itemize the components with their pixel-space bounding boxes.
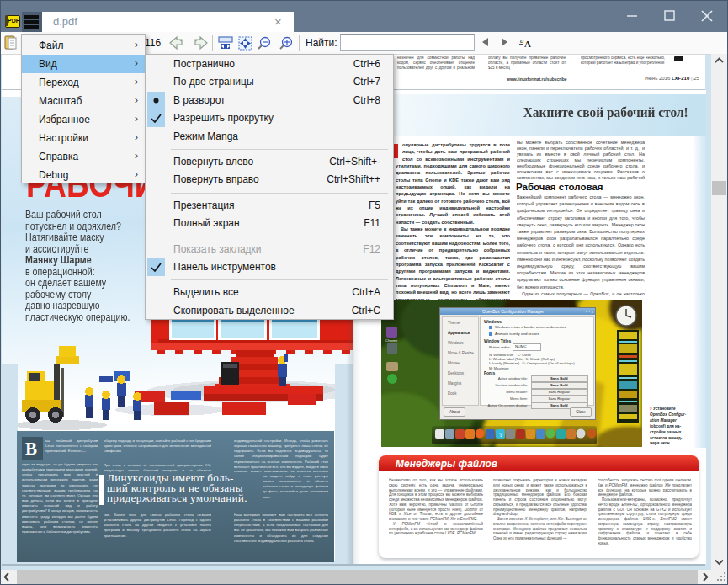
svg-text:A: A	[524, 39, 531, 49]
svg-text:?: ?	[499, 432, 502, 438]
